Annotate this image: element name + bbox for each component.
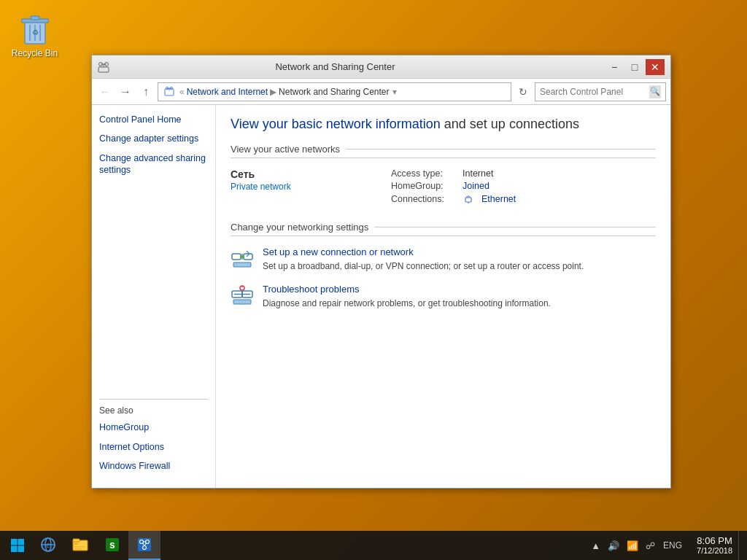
show-desktop-button[interactable] [738,531,744,560]
network-type[interactable]: Private network [231,182,362,192]
taskbar-explorer[interactable] [64,531,96,560]
connections-value[interactable]: Ethernet [481,194,516,204]
recycle-bin-icon: ♻ [18,10,53,45]
svg-rect-46 [74,543,78,545]
homegroup-label: HomeGroup: [391,181,457,191]
svg-rect-36 [11,539,18,545]
recycle-bin-label: Recycle Bin [12,48,58,58]
svg-text:♻: ♻ [31,28,38,36]
tray-network[interactable]: 📶 [624,539,640,553]
connections-row: Connections: [391,193,516,205]
troubleshoot-desc: Diagnose and repair network problems, or… [263,298,551,308]
active-networks-header: View your active networks [231,144,656,158]
up-button[interactable]: ↑ [137,83,155,101]
svg-rect-17 [465,198,471,202]
network-info: Сеть Private network Access type: Intern… [231,168,656,207]
tray-language[interactable]: ENG [660,540,685,551]
search-input[interactable] [540,87,649,97]
see-also-title: See also [99,405,208,416]
ie-icon: e [39,536,57,553]
svg-rect-33 [233,300,251,304]
taskbar-store[interactable]: s [96,531,128,560]
setup-connection-icon [231,246,254,270]
main-area: Control Panel Home Change adapter settin… [92,105,670,488]
sidebar-internet-options[interactable]: Internet Options [99,441,208,453]
connections-label: Connections: [391,194,457,204]
taskbar-ie[interactable]: e [32,531,64,560]
sidebar-change-sharing[interactable]: Change advanced sharing settings [99,152,208,176]
homegroup-value[interactable]: Joined [462,181,489,191]
tray-show-hidden[interactable]: ▲ [589,539,603,553]
clock-date: 7/12/2018 [697,546,732,556]
access-type-label: Access type: [391,168,457,179]
page-title: View your basic network information and … [231,117,656,132]
sidebar-windows-firewall[interactable]: Windows Firewall [99,460,208,472]
svg-rect-37 [18,539,25,545]
window-title: Network and Sharing Center [109,61,561,72]
svg-rect-48 [74,548,82,550]
tray-volume[interactable]: 🔊 [605,539,622,553]
ethernet-icon [462,193,474,205]
maximize-button[interactable]: □ [625,59,644,75]
breadcrumb-icon [164,87,174,97]
minimize-button[interactable]: − [605,59,624,75]
change-settings-header: Change your networking settings [231,222,656,236]
sidebar-change-adapter[interactable]: Change adapter settings [99,133,208,144]
network-sharing-taskbar-icon [136,536,153,553]
search-box: 🔍 [535,82,666,101]
back-button[interactable]: ← [96,83,114,101]
setup-connection-link[interactable]: Set up a new connection or network [263,246,656,257]
svg-rect-39 [18,546,25,553]
breadcrumb-double-sep: « [179,87,185,97]
sidebar: Control Panel Home Change adapter settin… [92,105,216,488]
breadcrumb-network-internet[interactable]: Network and Internet [187,87,268,97]
network-details: Access type: Internet HomeGroup: Joined … [391,168,516,207]
network-name: Сеть [231,168,362,180]
windows-logo-icon [10,538,25,553]
setup-connection-item: Set up a new connection or network Set u… [231,246,656,272]
setup-connection-content: Set up a new connection or network Set u… [263,246,656,272]
svg-rect-38 [11,546,18,553]
refresh-button[interactable]: ↻ [514,83,532,101]
clock[interactable]: 8:06 PM 7/12/2018 [691,535,738,556]
svg-rect-45 [73,539,80,542]
search-button[interactable]: 🔍 [649,85,661,98]
title-bar: Network and Sharing Center − □ ✕ [92,55,670,79]
active-networks-label: View your active networks [231,144,340,155]
svg-rect-7 [98,67,109,72]
network-name-block: Сеть Private network [231,168,362,192]
sidebar-homegroup[interactable]: HomeGroup [99,421,208,433]
ethernet-plug-icon [463,194,473,204]
system-tray: ▲ 🔊 📶 ☍ ENG [583,539,691,553]
content-panel: View your basic network information and … [216,105,670,488]
start-button[interactable] [3,531,32,560]
troubleshoot-link[interactable]: Troubleshoot problems [263,284,656,295]
main-window: Network and Sharing Center − □ ✕ ← → ↑ [91,55,671,489]
desktop: ♻ Recycle Bin Network and Sharing Center… [0,0,747,560]
recycle-bin[interactable]: ♻ Recycle Bin [7,7,62,61]
access-type-row: Access type: Internet [391,168,516,179]
svg-text:s: s [109,539,115,551]
sidebar-control-panel-home[interactable]: Control Panel Home [99,114,208,125]
file-explorer-icon [71,536,89,553]
forward-button[interactable]: → [117,83,134,101]
breadcrumb-dropdown[interactable]: ▾ [392,87,397,97]
svg-rect-5 [31,16,39,20]
homegroup-row: HomeGroup: Joined [391,181,516,191]
svg-text:e: e [46,541,50,549]
address-path: « Network and Internet ▶ Network and Sha… [158,82,511,101]
troubleshoot-icon [231,284,254,307]
breadcrumb-current: Network and Sharing Center [279,87,389,97]
close-button[interactable]: ✕ [646,59,665,75]
page-title-normal: and set up connections [441,117,579,131]
setup-connection-desc: Set up a broadband, dial-up, or VPN conn… [263,261,584,271]
taskbar: e s [0,531,747,560]
troubleshoot-item: Troubleshoot problems Diagnose and repai… [231,284,656,309]
tray-action-center[interactable]: ☍ [643,539,657,553]
svg-point-25 [241,255,244,258]
access-type-value: Internet [462,168,493,179]
clock-time: 8:06 PM [697,535,732,547]
taskbar-network-sharing[interactable] [128,531,160,560]
svg-rect-47 [74,546,85,548]
svg-rect-28 [233,262,251,267]
